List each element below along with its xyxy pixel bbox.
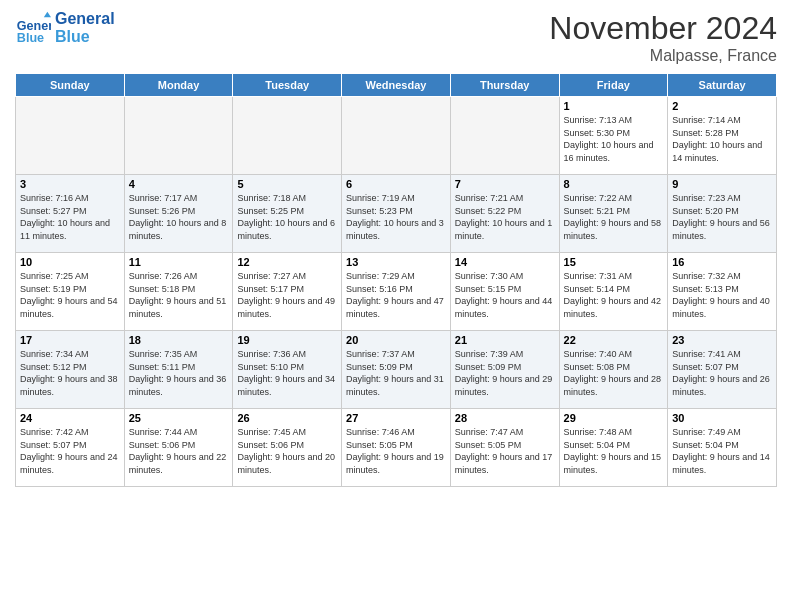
calendar-cell: 2Sunrise: 7:14 AM Sunset: 5:28 PM Daylig… xyxy=(668,97,777,175)
day-number: 25 xyxy=(129,412,229,424)
day-number: 26 xyxy=(237,412,337,424)
calendar-cell: 19Sunrise: 7:36 AM Sunset: 5:10 PM Dayli… xyxy=(233,331,342,409)
calendar-cell: 24Sunrise: 7:42 AM Sunset: 5:07 PM Dayli… xyxy=(16,409,125,487)
week-row-4: 17Sunrise: 7:34 AM Sunset: 5:12 PM Dayli… xyxy=(16,331,777,409)
calendar-cell xyxy=(233,97,342,175)
logo-blue: Blue xyxy=(55,28,115,46)
calendar-cell: 5Sunrise: 7:18 AM Sunset: 5:25 PM Daylig… xyxy=(233,175,342,253)
day-info: Sunrise: 7:34 AM Sunset: 5:12 PM Dayligh… xyxy=(20,348,120,398)
day-number: 11 xyxy=(129,256,229,268)
page: General Blue General Blue November 2024 … xyxy=(0,0,792,612)
calendar-cell: 22Sunrise: 7:40 AM Sunset: 5:08 PM Dayli… xyxy=(559,331,668,409)
dow-header-wednesday: Wednesday xyxy=(342,74,451,97)
day-number: 15 xyxy=(564,256,664,268)
location-title: Malpasse, France xyxy=(549,47,777,65)
day-info: Sunrise: 7:25 AM Sunset: 5:19 PM Dayligh… xyxy=(20,270,120,320)
day-number: 9 xyxy=(672,178,772,190)
day-number: 23 xyxy=(672,334,772,346)
calendar-cell: 12Sunrise: 7:27 AM Sunset: 5:17 PM Dayli… xyxy=(233,253,342,331)
day-info: Sunrise: 7:46 AM Sunset: 5:05 PM Dayligh… xyxy=(346,426,446,476)
logo-icon: General Blue xyxy=(15,10,51,46)
dow-header-friday: Friday xyxy=(559,74,668,97)
day-of-week-header: SundayMondayTuesdayWednesdayThursdayFrid… xyxy=(16,74,777,97)
calendar-cell xyxy=(342,97,451,175)
dow-header-thursday: Thursday xyxy=(450,74,559,97)
calendar-cell: 30Sunrise: 7:49 AM Sunset: 5:04 PM Dayli… xyxy=(668,409,777,487)
svg-text:Blue: Blue xyxy=(17,31,44,45)
calendar-cell: 26Sunrise: 7:45 AM Sunset: 5:06 PM Dayli… xyxy=(233,409,342,487)
week-row-3: 10Sunrise: 7:25 AM Sunset: 5:19 PM Dayli… xyxy=(16,253,777,331)
week-row-5: 24Sunrise: 7:42 AM Sunset: 5:07 PM Dayli… xyxy=(16,409,777,487)
calendar-cell: 3Sunrise: 7:16 AM Sunset: 5:27 PM Daylig… xyxy=(16,175,125,253)
day-number: 1 xyxy=(564,100,664,112)
day-number: 6 xyxy=(346,178,446,190)
calendar-cell: 21Sunrise: 7:39 AM Sunset: 5:09 PM Dayli… xyxy=(450,331,559,409)
day-number: 22 xyxy=(564,334,664,346)
day-info: Sunrise: 7:41 AM Sunset: 5:07 PM Dayligh… xyxy=(672,348,772,398)
dow-header-tuesday: Tuesday xyxy=(233,74,342,97)
calendar-cell: 10Sunrise: 7:25 AM Sunset: 5:19 PM Dayli… xyxy=(16,253,125,331)
day-info: Sunrise: 7:44 AM Sunset: 5:06 PM Dayligh… xyxy=(129,426,229,476)
day-number: 28 xyxy=(455,412,555,424)
day-number: 18 xyxy=(129,334,229,346)
calendar-cell xyxy=(16,97,125,175)
day-number: 8 xyxy=(564,178,664,190)
calendar-cell: 29Sunrise: 7:48 AM Sunset: 5:04 PM Dayli… xyxy=(559,409,668,487)
dow-header-sunday: Sunday xyxy=(16,74,125,97)
day-info: Sunrise: 7:31 AM Sunset: 5:14 PM Dayligh… xyxy=(564,270,664,320)
dow-header-monday: Monday xyxy=(124,74,233,97)
day-number: 24 xyxy=(20,412,120,424)
calendar-cell xyxy=(124,97,233,175)
day-number: 12 xyxy=(237,256,337,268)
day-number: 4 xyxy=(129,178,229,190)
week-row-2: 3Sunrise: 7:16 AM Sunset: 5:27 PM Daylig… xyxy=(16,175,777,253)
calendar-cell: 9Sunrise: 7:23 AM Sunset: 5:20 PM Daylig… xyxy=(668,175,777,253)
calendar-cell: 11Sunrise: 7:26 AM Sunset: 5:18 PM Dayli… xyxy=(124,253,233,331)
title-block: November 2024 Malpasse, France xyxy=(549,10,777,65)
calendar-cell: 15Sunrise: 7:31 AM Sunset: 5:14 PM Dayli… xyxy=(559,253,668,331)
day-info: Sunrise: 7:37 AM Sunset: 5:09 PM Dayligh… xyxy=(346,348,446,398)
day-info: Sunrise: 7:35 AM Sunset: 5:11 PM Dayligh… xyxy=(129,348,229,398)
day-number: 2 xyxy=(672,100,772,112)
calendar-cell: 20Sunrise: 7:37 AM Sunset: 5:09 PM Dayli… xyxy=(342,331,451,409)
calendar-cell: 7Sunrise: 7:21 AM Sunset: 5:22 PM Daylig… xyxy=(450,175,559,253)
calendar-cell: 14Sunrise: 7:30 AM Sunset: 5:15 PM Dayli… xyxy=(450,253,559,331)
day-info: Sunrise: 7:16 AM Sunset: 5:27 PM Dayligh… xyxy=(20,192,120,242)
day-number: 16 xyxy=(672,256,772,268)
calendar-cell: 6Sunrise: 7:19 AM Sunset: 5:23 PM Daylig… xyxy=(342,175,451,253)
day-info: Sunrise: 7:14 AM Sunset: 5:28 PM Dayligh… xyxy=(672,114,772,164)
calendar-cell: 8Sunrise: 7:22 AM Sunset: 5:21 PM Daylig… xyxy=(559,175,668,253)
day-number: 30 xyxy=(672,412,772,424)
day-info: Sunrise: 7:30 AM Sunset: 5:15 PM Dayligh… xyxy=(455,270,555,320)
day-info: Sunrise: 7:49 AM Sunset: 5:04 PM Dayligh… xyxy=(672,426,772,476)
day-number: 21 xyxy=(455,334,555,346)
calendar-cell xyxy=(450,97,559,175)
week-row-1: 1Sunrise: 7:13 AM Sunset: 5:30 PM Daylig… xyxy=(16,97,777,175)
day-info: Sunrise: 7:13 AM Sunset: 5:30 PM Dayligh… xyxy=(564,114,664,164)
day-info: Sunrise: 7:18 AM Sunset: 5:25 PM Dayligh… xyxy=(237,192,337,242)
day-number: 7 xyxy=(455,178,555,190)
day-info: Sunrise: 7:36 AM Sunset: 5:10 PM Dayligh… xyxy=(237,348,337,398)
calendar-cell: 23Sunrise: 7:41 AM Sunset: 5:07 PM Dayli… xyxy=(668,331,777,409)
day-info: Sunrise: 7:48 AM Sunset: 5:04 PM Dayligh… xyxy=(564,426,664,476)
day-number: 20 xyxy=(346,334,446,346)
day-info: Sunrise: 7:21 AM Sunset: 5:22 PM Dayligh… xyxy=(455,192,555,242)
day-number: 5 xyxy=(237,178,337,190)
day-number: 3 xyxy=(20,178,120,190)
calendar-cell: 4Sunrise: 7:17 AM Sunset: 5:26 PM Daylig… xyxy=(124,175,233,253)
day-number: 13 xyxy=(346,256,446,268)
day-info: Sunrise: 7:27 AM Sunset: 5:17 PM Dayligh… xyxy=(237,270,337,320)
calendar-table: SundayMondayTuesdayWednesdayThursdayFrid… xyxy=(15,73,777,487)
day-info: Sunrise: 7:45 AM Sunset: 5:06 PM Dayligh… xyxy=(237,426,337,476)
calendar-cell: 18Sunrise: 7:35 AM Sunset: 5:11 PM Dayli… xyxy=(124,331,233,409)
logo: General Blue General Blue xyxy=(15,10,115,46)
day-number: 19 xyxy=(237,334,337,346)
dow-header-saturday: Saturday xyxy=(668,74,777,97)
month-title: November 2024 xyxy=(549,10,777,47)
day-info: Sunrise: 7:39 AM Sunset: 5:09 PM Dayligh… xyxy=(455,348,555,398)
day-info: Sunrise: 7:29 AM Sunset: 5:16 PM Dayligh… xyxy=(346,270,446,320)
calendar-cell: 13Sunrise: 7:29 AM Sunset: 5:16 PM Dayli… xyxy=(342,253,451,331)
calendar-cell: 1Sunrise: 7:13 AM Sunset: 5:30 PM Daylig… xyxy=(559,97,668,175)
logo-general: General xyxy=(55,10,115,28)
day-info: Sunrise: 7:22 AM Sunset: 5:21 PM Dayligh… xyxy=(564,192,664,242)
